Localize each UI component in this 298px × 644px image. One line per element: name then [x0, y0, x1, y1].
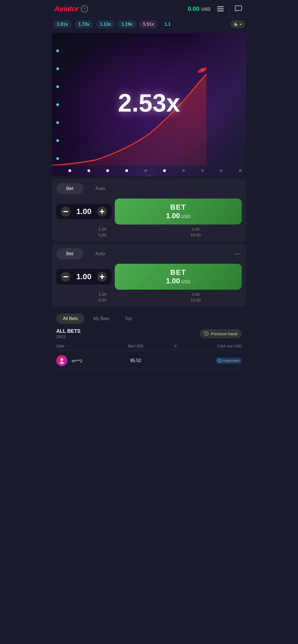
- x-dot: [239, 169, 242, 172]
- mult-5[interactable]: 5.91x: [139, 20, 158, 28]
- mult-2[interactable]: 1.73x: [74, 20, 93, 28]
- bets-table-header: User Bet USD X Cash out USD: [56, 342, 242, 350]
- previous-hand-label: Previous hand: [211, 331, 237, 336]
- col-header-x: X: [162, 344, 189, 348]
- svg-point-16: [60, 361, 64, 364]
- bet-button-1[interactable]: BET 1.00 USD: [115, 199, 242, 225]
- bet-controls-1: 1.00 BET 1.00 USD: [56, 199, 242, 225]
- bet-decrease-2[interactable]: [61, 272, 71, 282]
- tab-top[interactable]: Top: [118, 313, 139, 324]
- bet-row-user: m***2: [56, 355, 109, 366]
- cryptonews-label: cryptonews: [223, 359, 240, 363]
- history-button[interactable]: ▾: [230, 20, 245, 28]
- history-arrow: ▾: [240, 22, 242, 27]
- bet-button-label-2: BET: [170, 268, 186, 277]
- mult-1[interactable]: 1.01x: [53, 20, 72, 28]
- quick-1-2[interactable]: 2.00: [150, 227, 242, 231]
- col-header-user: User: [56, 344, 109, 348]
- chat-button[interactable]: [233, 3, 244, 14]
- tab-auto-1[interactable]: Auto: [86, 183, 115, 194]
- x-dot: [125, 169, 128, 172]
- balance-amount: 0.00: [188, 5, 199, 12]
- x-dot: [144, 169, 147, 172]
- menu-button[interactable]: [215, 3, 226, 14]
- svg-text:₿: ₿: [219, 360, 220, 362]
- multiplier-bar: 1.01x 1.73x 1.13x 1.19x 5.91x 1.1 ▾: [50, 18, 248, 31]
- quick-1-3[interactable]: 5.00: [56, 233, 148, 237]
- quick-2-3[interactable]: 5.00: [56, 298, 148, 302]
- bet-amount-value-2: 1.00: [74, 272, 94, 281]
- mult-4[interactable]: 1.19x: [118, 20, 136, 28]
- x-dot: [220, 169, 223, 172]
- bet-row: m***2 95.52 ₿ cryptonews: [56, 352, 242, 369]
- bet-panel-2: Bet Auto — 1.00 BET 1.00 USD 1.00 2.00 5…: [52, 244, 246, 307]
- x-dot: [68, 169, 71, 172]
- x-dot: [106, 169, 109, 172]
- close-panel-2[interactable]: —: [233, 250, 242, 258]
- x-axis: [68, 169, 242, 172]
- tab-all-bets[interactable]: All Bets: [56, 313, 84, 324]
- app-logo: Aviator: [54, 4, 79, 13]
- tab-bet-2[interactable]: Bet: [56, 248, 83, 259]
- bet-tabs-2: Bet Auto —: [56, 248, 242, 259]
- bet-decrease-1[interactable]: [61, 207, 71, 217]
- bet-button-2[interactable]: BET 1.00 USD: [115, 264, 242, 290]
- x-dot: [163, 169, 166, 172]
- bet-tabs-1: Bet Auto: [56, 183, 242, 194]
- previous-hand-button[interactable]: Previous hand: [200, 329, 242, 338]
- svg-rect-2: [217, 10, 224, 11]
- tab-bet-1[interactable]: Bet: [56, 183, 83, 194]
- bet-button-label-1: BET: [170, 203, 186, 212]
- header-right: 0.00 USD: [188, 3, 244, 14]
- header-divider: [229, 5, 230, 13]
- quick-2-1[interactable]: 1.00: [56, 292, 148, 297]
- bets-header: ALL BETS 2623 Previous hand: [56, 328, 242, 339]
- mult-6[interactable]: 1.1: [161, 20, 174, 28]
- svg-point-17: [218, 359, 221, 362]
- bet-panel-1: Bet Auto 1.00 BET 1.00 USD 1.00 2.00 5.0…: [52, 179, 246, 242]
- bet-increase-1[interactable]: [97, 207, 107, 217]
- x-dot: [182, 169, 185, 172]
- mult-3[interactable]: 1.13x: [96, 20, 115, 28]
- bets-section: All Bets My Bets Top ALL BETS 2623 Previ…: [52, 309, 246, 374]
- x-dot: [201, 169, 204, 172]
- quick-1-1[interactable]: 1.00: [56, 227, 148, 231]
- help-button[interactable]: ?: [81, 5, 88, 12]
- quick-1-4[interactable]: 10.00: [150, 233, 242, 237]
- col-header-bet: Bet USD: [109, 344, 162, 348]
- bet-amount-box-2: 1.00: [56, 269, 111, 284]
- cryptonews-badge: ₿ cryptonews: [215, 358, 242, 364]
- header-icons: [215, 3, 244, 14]
- svg-rect-12: [100, 276, 105, 277]
- col-header-cashout: Cash out USD: [189, 344, 242, 348]
- bet-amount-value-1: 1.00: [74, 207, 94, 216]
- bet-button-amount-2: 1.00 USD: [166, 277, 191, 285]
- bet-increase-2[interactable]: [97, 272, 107, 282]
- quick-amounts-2: 1.00 2.00 5.00 10.00: [56, 292, 242, 302]
- quick-2-2[interactable]: 2.00: [150, 292, 242, 297]
- balance-display: 0.00 USD: [188, 5, 211, 12]
- svg-rect-10: [63, 276, 68, 277]
- tab-auto-2[interactable]: Auto: [86, 248, 115, 259]
- game-canvas: 2.53x: [52, 33, 246, 176]
- y-dot: [56, 49, 59, 52]
- bet-amount-cell: 95.52: [109, 358, 162, 363]
- cashout-cell: ₿ cryptonews: [189, 358, 242, 364]
- svg-rect-3: [235, 6, 242, 10]
- header: Aviator ? 0.00 USD: [50, 0, 248, 18]
- svg-rect-7: [63, 211, 68, 212]
- user-name: m***2: [72, 358, 82, 363]
- user-avatar: [56, 355, 67, 366]
- quick-2-4[interactable]: 10.00: [150, 298, 242, 302]
- svg-point-15: [60, 358, 63, 361]
- quick-amounts-1: 1.00 2.00 5.00 10.00: [56, 227, 242, 237]
- bet-button-amount-1: 1.00 USD: [166, 212, 191, 220]
- svg-rect-0: [217, 6, 224, 7]
- bets-tabs: All Bets My Bets Top: [56, 313, 242, 324]
- bet-amount-box-1: 1.00: [56, 204, 111, 219]
- balance-currency: USD: [201, 7, 211, 12]
- svg-rect-9: [100, 211, 105, 212]
- tab-my-bets[interactable]: My Bets: [87, 313, 116, 324]
- main-multiplier: 2.53x: [118, 89, 180, 117]
- bet-controls-2: 1.00 BET 1.00 USD: [56, 264, 242, 290]
